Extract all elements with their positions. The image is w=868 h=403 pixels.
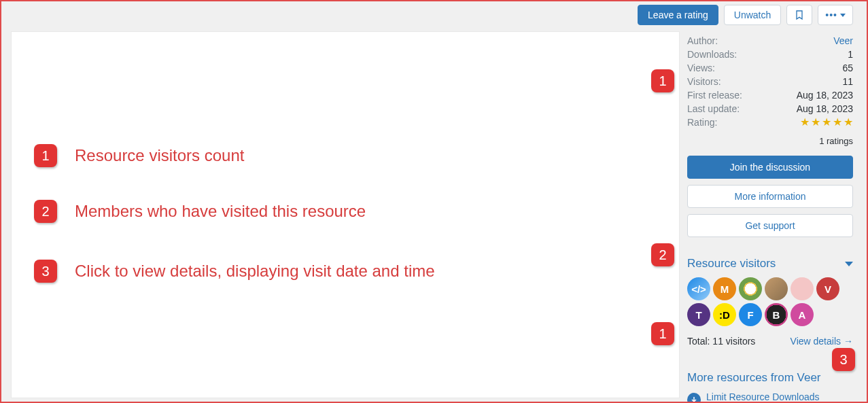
topbar: Leave a rating Unwatch •••	[1, 1, 867, 29]
annotation-badge-1b: 1	[651, 322, 674, 345]
star-icon: ★	[844, 117, 853, 128]
resource-sidebar: Author:Veer Downloads:1 Views:65 Visitor…	[687, 35, 853, 403]
annotation-row-3: 3 Click to view details, displaying visi…	[34, 260, 435, 283]
annotation-badge: 1	[34, 144, 57, 167]
visitors-value: 11	[842, 76, 853, 87]
chevron-down-icon	[840, 14, 846, 17]
rating-label: Rating:	[687, 117, 717, 128]
views-value: 65	[842, 63, 853, 73]
avatar[interactable]	[765, 277, 788, 300]
download-icon	[687, 393, 701, 403]
views-label: Views:	[687, 63, 715, 73]
author-label: Author:	[687, 35, 718, 46]
star-icon: ★	[811, 117, 820, 128]
ratings-count: 1 ratings	[687, 136, 853, 146]
visitors-total: Total: 11 visitors	[687, 336, 755, 347]
annotation-row-2: 2 Members who have visited this resource	[34, 200, 366, 223]
avatar[interactable]	[791, 277, 814, 300]
leave-rating-button[interactable]: Leave a rating	[638, 5, 718, 25]
annotation-badge-1: 1	[651, 69, 674, 92]
star-icon: ★	[822, 117, 831, 128]
bookmark-button[interactable]	[786, 5, 812, 25]
avatar[interactable]	[739, 277, 762, 300]
more-information-button[interactable]: More information	[687, 185, 853, 208]
meta-table: Author:Veer Downloads:1 Views:65 Visitor…	[687, 35, 853, 128]
avatar[interactable]: B	[765, 303, 788, 326]
visitor-avatars: </>MVT:DFBA	[687, 277, 853, 326]
first-release-value: Aug 18, 2023	[797, 90, 853, 101]
dots-icon: •••	[825, 10, 837, 20]
visitors-label: Visitors:	[687, 76, 721, 87]
resource-list-item[interactable]: Limit Resource Downloads Effortlessly se…	[687, 391, 853, 403]
avatar[interactable]: V	[816, 277, 839, 300]
star-icon: ★	[833, 117, 842, 128]
view-details-label: View details	[791, 336, 841, 347]
annotation-text: Resource visitors count	[75, 146, 244, 165]
annotation-row-1: 1 Resource visitors count	[34, 144, 244, 167]
avatar[interactable]: :D	[713, 303, 736, 326]
annotation-badge-3: 3	[832, 348, 855, 371]
annotation-badge: 3	[34, 260, 57, 283]
downloads-value: 1	[848, 49, 853, 60]
avatar[interactable]: A	[791, 303, 814, 326]
annotation-badge: 2	[34, 200, 57, 223]
avatar[interactable]: M	[713, 277, 736, 300]
rating-stars: ★ ★ ★ ★ ★	[800, 117, 853, 128]
avatar[interactable]: </>	[687, 277, 710, 300]
get-support-button[interactable]: Get support	[687, 214, 853, 237]
star-icon: ★	[800, 117, 810, 128]
avatar[interactable]: T	[687, 303, 710, 326]
bookmark-icon	[794, 10, 805, 20]
downloads-label: Downloads:	[687, 49, 737, 60]
resource-visitors-header[interactable]: Resource visitors	[687, 243, 853, 276]
annotation-badge-2: 2	[651, 243, 674, 266]
join-discussion-button[interactable]: Join the discussion	[687, 156, 853, 179]
annotation-text: Click to view details, displaying visit …	[75, 262, 435, 281]
author-link[interactable]: Veer	[833, 35, 853, 46]
avatar[interactable]: F	[739, 303, 762, 326]
resource-link[interactable]: Limit Resource Downloads	[706, 391, 829, 402]
first-release-label: First release:	[687, 90, 742, 101]
chevron-down-icon	[845, 262, 853, 266]
arrow-right-icon	[844, 336, 853, 347]
more-actions-button[interactable]: •••	[818, 5, 853, 25]
last-update-value: Aug 18, 2023	[797, 103, 853, 114]
last-update-label: Last update:	[687, 103, 740, 114]
resource-visitors-title: Resource visitors	[687, 257, 776, 270]
annotation-text: Members who have visited this resource	[75, 202, 366, 221]
unwatch-button[interactable]: Unwatch	[724, 5, 781, 25]
more-resources-header[interactable]: More resources from Veer	[687, 359, 853, 390]
view-details-link[interactable]: View details	[791, 336, 853, 347]
